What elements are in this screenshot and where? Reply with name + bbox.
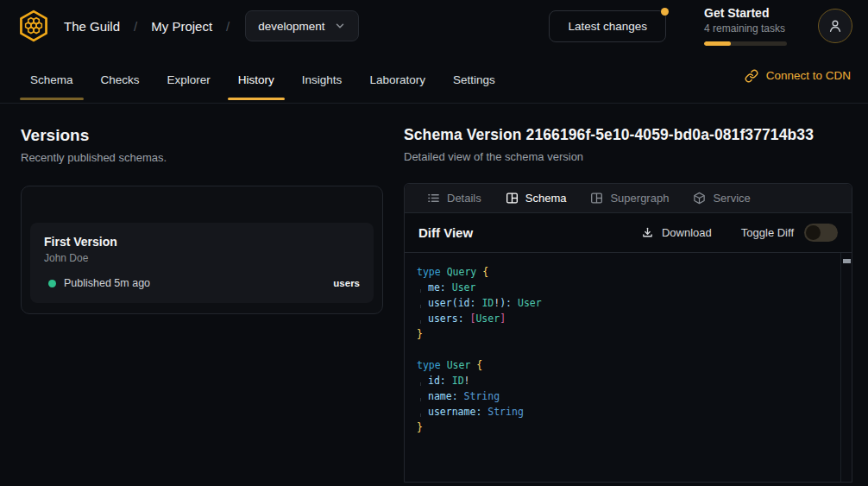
toggle-diff-switch[interactable] <box>804 224 838 242</box>
tab-service[interactable]: Service <box>681 184 762 212</box>
diff-actions: Download Toggle Diff <box>641 224 838 242</box>
list-icon <box>427 192 440 205</box>
chevron-down-icon <box>334 20 346 32</box>
tab-schema-view[interactable]: Schema <box>494 184 579 212</box>
tab-settings[interactable]: Settings <box>440 52 508 103</box>
latest-changes-label: Latest changes <box>568 20 647 33</box>
app-root: The Guild / My Project / development Lat… <box>0 0 868 483</box>
version-list-item[interactable]: First Version John Doe Published 5m ago … <box>30 223 374 303</box>
tab-supergraph-label: Supergraph <box>610 192 669 205</box>
breadcrumb: The Guild / My Project / <box>64 19 230 34</box>
download-icon <box>641 226 654 239</box>
get-started-subtitle: 4 remaining tasks <box>704 22 787 35</box>
version-author: John Doe <box>44 252 360 264</box>
target-selector-dropdown[interactable]: development <box>245 10 358 41</box>
tab-history[interactable]: History <box>225 52 287 103</box>
tab-explorer[interactable]: Explorer <box>154 52 223 103</box>
connect-to-cdn-button[interactable]: Connect to CDN <box>745 52 851 103</box>
versions-panel: Versions Recently published schemas. Fir… <box>21 126 383 483</box>
target-selector-value: development <box>258 20 324 33</box>
breadcrumb-project[interactable]: My Project <box>151 19 212 34</box>
published-status-dot <box>48 280 56 287</box>
schema-version-subtitle: Detailed view of the schema version <box>404 150 852 163</box>
get-started-progress-bar <box>704 41 787 46</box>
notification-dot <box>661 8 669 16</box>
user-menu-button[interactable] <box>818 9 852 43</box>
get-started-widget[interactable]: Get Started 4 remaining tasks <box>704 6 787 47</box>
panels-icon <box>590 192 603 205</box>
code-scrollbar[interactable] <box>840 253 852 482</box>
version-meta-row: Published 5m ago users <box>44 277 360 289</box>
tab-laboratory[interactable]: Laboratory <box>356 52 438 103</box>
detail-tab-bar: Details Schema <box>405 184 852 213</box>
hive-logo-icon[interactable] <box>16 8 52 44</box>
tab-checks[interactable]: Checks <box>88 52 153 103</box>
version-status: Published 5m ago <box>64 277 150 289</box>
tab-details[interactable]: Details <box>415 184 494 212</box>
diff-view-title: Diff View <box>418 225 473 240</box>
version-service-badge: users <box>333 278 360 288</box>
app-header: The Guild / My Project / development Lat… <box>0 0 868 52</box>
tab-service-label: Service <box>713 192 750 205</box>
schema-panel: Details Schema <box>404 183 852 483</box>
toggle-diff-label: Toggle Diff <box>741 226 794 239</box>
cube-icon <box>693 192 706 205</box>
breadcrumb-separator: / <box>134 19 137 34</box>
link-icon <box>745 69 758 83</box>
download-button[interactable]: Download <box>641 226 712 239</box>
tab-insights[interactable]: Insights <box>289 52 355 103</box>
tab-details-label: Details <box>447 192 481 205</box>
schema-version-title: Schema Version 2166196f-5e10-4059-bd0a-0… <box>404 126 852 144</box>
versions-card: First Version John Doe Published 5m ago … <box>21 186 383 314</box>
breadcrumb-org[interactable]: The Guild <box>64 19 120 34</box>
breadcrumb-separator-2: / <box>226 19 230 34</box>
sdl-code: type Query {me: Useruser(id: ID!): Useru… <box>417 264 827 435</box>
get-started-progress-fill <box>704 41 731 46</box>
versions-title: Versions <box>21 126 383 145</box>
panels-icon <box>506 192 519 205</box>
tab-schema[interactable]: Schema <box>17 52 86 103</box>
main-content: Versions Recently published schemas. Fir… <box>0 104 868 483</box>
tab-schema-view-label: Schema <box>525 192 567 205</box>
diff-toolbar: Diff View Download Toggle Diff <box>405 213 852 253</box>
versions-subtitle: Recently published schemas. <box>21 151 383 164</box>
sdl-code-block: type Query {me: Useruser(id: ID!): Useru… <box>405 253 852 482</box>
download-label: Download <box>662 226 712 239</box>
tab-supergraph[interactable]: Supergraph <box>578 184 681 212</box>
get-started-title: Get Started <box>704 6 787 22</box>
switch-knob <box>806 225 821 240</box>
main-nav: Schema Checks Explorer History Insights … <box>0 52 868 104</box>
latest-changes-button[interactable]: Latest changes <box>549 10 666 42</box>
version-detail-panel: Schema Version 2166196f-5e10-4059-bd0a-0… <box>404 126 852 483</box>
code-scrollbar-thumb[interactable] <box>843 259 851 263</box>
version-name: First Version <box>44 235 360 249</box>
user-icon <box>827 17 844 35</box>
connect-to-cdn-label: Connect to CDN <box>766 69 851 82</box>
